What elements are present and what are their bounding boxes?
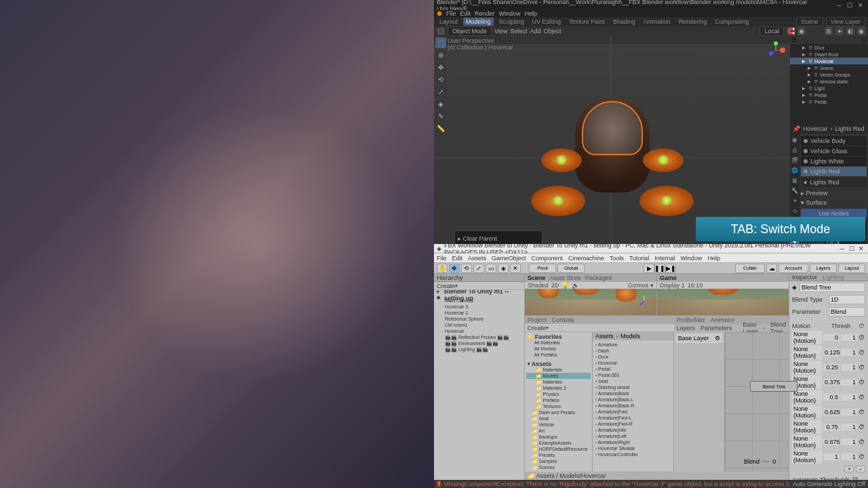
menu-help[interactable]: Help <box>525 10 538 17</box>
project-tab[interactable]: Project <box>528 317 547 323</box>
unity-menu-internal[interactable]: Internal <box>654 255 675 262</box>
filter-icon[interactable]: ▽ <box>862 37 867 43</box>
model-item[interactable]: ▫ Armature <box>594 342 672 348</box>
asset-folder[interactable]: 📁 Seat <box>526 415 591 422</box>
motion-row[interactable]: None (Motion)0.1251⏱ <box>791 345 867 360</box>
motion-row[interactable]: None (Motion)0.6251⏱ <box>791 405 867 420</box>
modifier-tab-icon[interactable]: 🔧 <box>790 186 800 195</box>
model-item[interactable]: ▫ Armature|Back <box>594 390 672 396</box>
unity-menu-cinemachine[interactable]: Cinemachine <box>568 255 604 262</box>
transform-tool[interactable]: ◈ <box>435 98 446 109</box>
cloud-icon[interactable]: ☁ <box>766 264 777 273</box>
scale-tool-unity[interactable]: ⤢ <box>473 264 484 273</box>
probuilder-tab[interactable]: ProBuilder <box>677 317 705 323</box>
blend-slider[interactable]: Blend 0 <box>744 458 776 465</box>
outliner-item[interactable]: ▸▿Vertex Groups <box>790 71 868 78</box>
material-slot[interactable]: Lights White <box>801 157 867 166</box>
asset-folder[interactable]: 📁 Vehicle <box>526 422 591 428</box>
unity-menu-tutorial[interactable]: Tutorial <box>629 255 650 262</box>
inspector-field[interactable]: 1D <box>829 295 865 304</box>
2d-toggle[interactable]: 2D <box>551 282 559 289</box>
step-button[interactable]: ▶❚ <box>665 264 676 273</box>
menu-add[interactable]: Add <box>530 28 540 35</box>
menu-view[interactable]: View <box>494 28 507 35</box>
hierarchy-item[interactable]: Hovercar <box>435 328 523 334</box>
parameters-tab[interactable]: Parameters <box>701 325 732 331</box>
scene-viewport[interactable] <box>525 289 656 315</box>
favorite-item[interactable]: All Prefabs <box>526 352 591 358</box>
hierarchy-item[interactable]: 🎬🎬 Lighting 🎬🎬 <box>435 346 523 352</box>
lighting-tab[interactable]: Lighting <box>823 274 844 281</box>
physics-tab-icon[interactable]: ⊙ <box>790 206 800 216</box>
asset-folder[interactable]: 📁 Presets <box>526 452 591 458</box>
packages-tab[interactable]: Packages <box>585 274 612 281</box>
menu-edit[interactable]: Edit <box>460 10 471 17</box>
unity-menu-tools[interactable]: Tools <box>610 255 624 262</box>
unity-menu-help[interactable]: Help <box>707 255 720 262</box>
particle-tab-icon[interactable]: ✦ <box>790 196 800 205</box>
unity-maximize-button[interactable]: ☐ <box>848 245 856 253</box>
asset-folder[interactable]: 📁 Materials 2 <box>526 385 591 391</box>
snap-icon[interactable]: 🧲 <box>787 27 795 35</box>
unity-menu-window[interactable]: Window <box>680 255 702 262</box>
proportional-icon[interactable]: ◉ <box>797 27 806 35</box>
pause-button[interactable]: ❚❚ <box>654 264 665 273</box>
rect-tool[interactable]: ▭ <box>486 264 496 273</box>
outliner-item[interactable]: ▸▿Door <box>790 44 868 51</box>
motion-row[interactable]: None (Motion)0.751⏱ <box>791 420 867 434</box>
move-tool-unity[interactable]: ✥ <box>449 264 460 273</box>
layer-gear-icon[interactable]: ⚙ <box>715 335 720 342</box>
shaded-dropdown[interactable]: Shaded <box>528 282 549 289</box>
global-button[interactable]: Global <box>557 264 585 273</box>
model-item[interactable]: ▫ Armature|Fwd <box>594 409 672 415</box>
render-tab-icon[interactable]: ▣ <box>790 135 800 144</box>
unity-menu-edit[interactable]: Edit <box>452 255 463 262</box>
surface-section[interactable]: Surface <box>806 199 827 206</box>
model-item[interactable]: ▫ Armature|Back-L <box>594 396 672 403</box>
model-item[interactable]: ▫ Hovercar <box>594 360 672 366</box>
model-item[interactable]: ▫ Hovercar 3Avatar <box>594 445 672 451</box>
model-item[interactable]: ▫ HovercarController <box>594 451 672 458</box>
favorites-header[interactable]: ⭐ Favorites <box>526 333 591 340</box>
shading-render-icon[interactable]: ◉ <box>857 27 865 35</box>
game-tab[interactable]: Game <box>660 274 677 281</box>
hierarchy-item[interactable]: 🎬🎬 Reflection Probes 🎬🎬 <box>435 334 523 340</box>
asset-folder[interactable]: 📁 Models <box>526 373 591 379</box>
outliner-item[interactable]: ▸▿Scene <box>790 64 868 71</box>
model-item[interactable]: ▫ Armature|Back-R <box>594 403 672 409</box>
shading-wire-icon[interactable]: ⊞ <box>825 27 833 35</box>
asset-folder[interactable]: 📁 Prefabs <box>526 397 591 403</box>
breadcrumb-models[interactable]: Models <box>620 333 640 340</box>
inspector-field[interactable]: Blend <box>829 307 865 317</box>
tab-animation[interactable]: Animation <box>641 18 673 26</box>
menu-render[interactable]: Render <box>475 10 495 17</box>
tab-rendering[interactable]: Rendering <box>676 18 710 26</box>
outliner-item[interactable]: ▸▿window static <box>790 78 868 85</box>
play-button[interactable]: ▶ <box>644 264 654 273</box>
asset-folder[interactable]: 📁 Materials <box>526 379 591 385</box>
active-material-name[interactable]: Lights Red <box>810 179 864 186</box>
model-item[interactable]: ▫ Steering wheel <box>594 384 672 390</box>
aspect-dropdown[interactable]: 16:10 <box>688 282 703 289</box>
preview-section[interactable]: Preview <box>806 190 828 197</box>
hierarchy-item[interactable]: CM vcam1 <box>435 322 523 328</box>
annotate-tool[interactable]: ✎ <box>435 110 446 121</box>
layout-button[interactable]: Layout <box>838 264 865 273</box>
unity-menu-assets[interactable]: Assets <box>468 255 486 262</box>
shading-solid-icon[interactable]: ● <box>835 27 844 35</box>
asset-folder[interactable]: 📁 Dash and Pedals <box>526 409 591 415</box>
gizmos-dropdown[interactable]: Gizmos ▾ <box>628 282 654 289</box>
motion-row[interactable]: None (Motion)0.51⏱ <box>791 390 867 405</box>
material-slot[interactable]: Lights Red <box>801 167 867 176</box>
unity-minimize-button[interactable]: ─ <box>838 245 846 253</box>
asset-folder[interactable]: 📁 Samples <box>526 458 591 464</box>
model-item[interactable]: ▫ Armature|Fwd-L <box>594 415 672 421</box>
material-slot[interactable]: Vehicle Body <box>801 136 867 146</box>
asset-folder[interactable]: 📁 ExampleAssets <box>526 440 591 446</box>
model-item[interactable]: ▫ Pedal.001 <box>594 372 672 378</box>
asset-folder[interactable]: 📁 Scenes <box>526 464 591 470</box>
favorite-item[interactable]: All Models <box>526 346 591 352</box>
pivot-button[interactable]: Pivot <box>529 264 556 273</box>
select-tool[interactable]: ⬚ <box>435 37 446 48</box>
close-button[interactable]: ✕ <box>856 1 865 9</box>
